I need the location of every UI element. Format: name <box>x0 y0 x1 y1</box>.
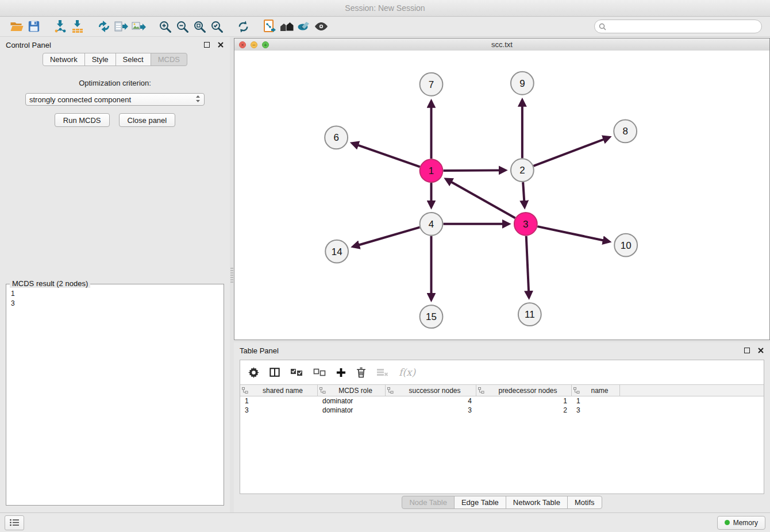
table-header-row: shared nameMCDS rolesuccessor nodesprede… <box>240 384 764 396</box>
node-4[interactable]: 4 <box>420 213 443 236</box>
network-window: scc.txt × − + 7968124314101511 <box>234 38 770 340</box>
task-history-button[interactable] <box>5 515 24 530</box>
edge-1-2[interactable] <box>443 170 505 171</box>
mcds-result-title: MCDS result (2 nodes) <box>10 279 90 288</box>
tab-mcds[interactable]: MCDS <box>151 53 187 66</box>
select-all-icon[interactable] <box>290 368 303 377</box>
trash-icon[interactable] <box>356 367 366 378</box>
control-panel-tabs: NetworkStyleSelectMCDS <box>0 53 230 66</box>
node-6[interactable]: 6 <box>325 126 348 149</box>
node-1[interactable]: 1 <box>420 159 443 182</box>
table-tab-edge-table[interactable]: Edge Table <box>454 496 506 509</box>
delete-table-icon[interactable] <box>376 368 388 377</box>
node-15[interactable]: 15 <box>420 305 443 328</box>
minimize-window-icon[interactable]: − <box>251 41 257 48</box>
save-session-icon[interactable] <box>25 18 43 34</box>
tab-style[interactable]: Style <box>84 53 116 66</box>
new-network-icon[interactable] <box>95 18 113 34</box>
gear-icon[interactable] <box>248 367 259 378</box>
export-image-icon[interactable] <box>130 18 147 34</box>
optimization-select[interactable]: strongly connected component <box>25 93 205 106</box>
window-titlebar: Session: New Session <box>0 0 770 17</box>
table-tab-network-table[interactable]: Network Table <box>506 496 568 509</box>
select-arrows-icon <box>195 95 201 105</box>
window-title: Session: New Session <box>345 3 425 13</box>
tab-network[interactable]: Network <box>43 53 85 66</box>
function-builder-icon[interactable]: f(x) <box>399 367 415 378</box>
maximize-window-icon[interactable]: + <box>262 41 269 48</box>
memory-button[interactable]: Memory <box>717 516 765 530</box>
node-10[interactable]: 10 <box>614 234 637 257</box>
svg-text:8: 8 <box>622 126 627 137</box>
column-header-predecessor-nodes[interactable]: predecessor nodes <box>476 385 572 396</box>
edge-2-3[interactable] <box>523 182 525 207</box>
svg-text:11: 11 <box>525 309 535 320</box>
column-header-name[interactable]: name <box>572 385 620 396</box>
search-icon <box>599 22 606 33</box>
node-2[interactable]: 2 <box>511 159 534 182</box>
node-14[interactable]: 14 <box>325 240 348 263</box>
table-panel-header: Table Panel <box>234 342 770 358</box>
zoom-in-icon[interactable] <box>156 18 174 34</box>
export-table-icon[interactable] <box>113 18 130 34</box>
column-header-shared-name[interactable]: shared name <box>240 385 318 396</box>
control-panel-header: Control Panel <box>0 37 230 53</box>
edge-3-11[interactable] <box>526 236 529 298</box>
table-tab-node-table[interactable]: Node Table <box>402 496 455 509</box>
edge-2-8[interactable] <box>533 137 609 166</box>
svg-text:6: 6 <box>333 132 338 143</box>
search-field-wrap <box>594 20 762 33</box>
node-3[interactable]: 3 <box>514 213 537 236</box>
edge-3-1[interactable] <box>446 179 515 218</box>
edge-1-6[interactable] <box>352 143 419 167</box>
import-table-icon[interactable] <box>69 18 86 34</box>
session-file-icon[interactable] <box>261 18 278 34</box>
node-7[interactable]: 7 <box>420 73 443 96</box>
network-canvas[interactable]: 7968124314101511 <box>234 51 769 340</box>
style-eye-icon[interactable] <box>295 18 313 34</box>
svg-text:4: 4 <box>429 219 434 230</box>
open-session-icon[interactable] <box>8 18 25 34</box>
memory-button-label: Memory <box>733 519 758 527</box>
table-body: 1dominator4113dominator323 <box>240 396 764 415</box>
home-icon[interactable] <box>278 18 295 34</box>
eye-icon[interactable] <box>313 18 330 34</box>
deselect-all-icon[interactable] <box>313 368 326 377</box>
close-table-panel-icon[interactable] <box>757 347 764 354</box>
table-panel-title: Table Panel <box>240 346 279 355</box>
column-header-mcds-role[interactable]: MCDS role <box>318 385 386 396</box>
table-tabs: Node TableEdge TableNetwork TableMotifs <box>234 496 770 509</box>
vertical-splitter[interactable] <box>230 37 234 512</box>
svg-text:1: 1 <box>429 165 434 176</box>
close-window-icon[interactable]: × <box>239 41 246 48</box>
run-mcds-button[interactable]: Run MCDS <box>55 113 110 127</box>
add-column-icon[interactable] <box>336 368 346 377</box>
import-network-icon[interactable] <box>52 18 69 34</box>
table-row[interactable]: 1dominator411 <box>240 396 764 406</box>
node-8[interactable]: 8 <box>614 120 637 143</box>
search-input[interactable] <box>594 20 762 33</box>
close-panel-icon[interactable] <box>217 41 224 48</box>
node-9[interactable]: 9 <box>511 72 534 95</box>
table-toolbar: f(x) <box>240 360 764 384</box>
table-row[interactable]: 3dominator323 <box>240 406 764 415</box>
node-table: f(x) shared nameMCDS rolesuccessor nodes… <box>240 360 764 494</box>
svg-text:14: 14 <box>332 246 342 257</box>
table-tab-motifs[interactable]: Motifs <box>567 496 602 509</box>
table-panel: Table Panel <box>234 342 770 512</box>
edge-3-10[interactable] <box>537 226 609 241</box>
columns-icon[interactable] <box>270 367 280 377</box>
zoom-out-icon[interactable] <box>174 18 191 34</box>
refresh-icon[interactable] <box>234 18 252 34</box>
float-table-panel-icon[interactable] <box>744 347 750 354</box>
status-bar: Memory <box>0 512 770 532</box>
zoom-fit-icon[interactable] <box>191 18 208 34</box>
column-header-successor-nodes[interactable]: successor nodes <box>386 385 476 396</box>
tab-select[interactable]: Select <box>116 53 151 66</box>
edge-4-14[interactable] <box>353 228 420 247</box>
close-panel-button[interactable]: Close panel <box>119 113 176 127</box>
float-panel-icon[interactable] <box>203 41 210 48</box>
svg-text:2: 2 <box>519 165 525 176</box>
node-11[interactable]: 11 <box>518 303 541 326</box>
zoom-selected-icon[interactable] <box>208 18 225 34</box>
